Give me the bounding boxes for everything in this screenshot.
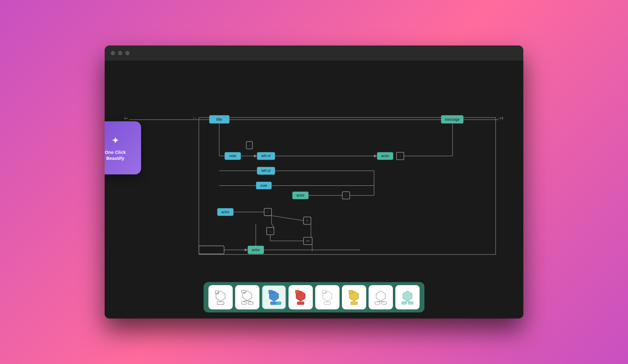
svg-rect-73 (217, 302, 224, 305)
svg-text:⊢: ⊢ (124, 116, 128, 121)
svg-marker-89 (269, 290, 272, 293)
diagram-area: ✦ One ClickBeautify ⊢ ⊣ title message : (105, 61, 523, 318)
svg-text:note: note (229, 154, 236, 158)
svg-marker-107 (376, 291, 385, 301)
svg-marker-14 (254, 154, 257, 157)
toolbar-item-3[interactable] (262, 285, 286, 309)
svg-text:title: title (216, 117, 222, 122)
svg-text:left of: left of (262, 154, 271, 158)
svg-text:message: message (445, 117, 460, 122)
svg-line-82 (244, 301, 247, 301)
svg-marker-72 (216, 291, 225, 301)
svg-marker-18 (374, 154, 377, 157)
svg-line-53 (272, 224, 274, 228)
svg-line-52 (272, 216, 304, 221)
svg-rect-108 (375, 302, 380, 304)
svg-rect-103 (351, 302, 357, 305)
svg-rect-93 (297, 302, 304, 305)
svg-text::: : (267, 210, 268, 214)
svg-rect-78 (241, 302, 246, 304)
svg-text:⊢: ⊢ (193, 115, 197, 121)
svg-text:actor: actor (381, 154, 389, 158)
svg-rect-116 (408, 302, 413, 304)
svg-line-120 (407, 301, 411, 302)
svg-text:actor: actor (296, 193, 305, 197)
toolbar-item-5[interactable] (315, 285, 339, 309)
toolbar-item-8[interactable] (395, 285, 420, 309)
maximize-button[interactable] (125, 51, 130, 55)
svg-rect-109 (382, 302, 387, 304)
svg-line-112 (377, 301, 381, 302)
svg-line-83 (247, 301, 251, 301)
svg-text:over: over (260, 184, 268, 188)
svg-text:..: .. (269, 229, 271, 233)
app-window: ✦ One ClickBeautify ⊢ ⊣ title message : (105, 46, 523, 318)
svg-rect-115 (402, 302, 407, 304)
svg-text:>>: >> (306, 239, 310, 243)
svg-line-119 (404, 301, 407, 302)
svg-rect-98 (324, 302, 331, 305)
title-bar (105, 46, 523, 61)
svg-text:⊣: ⊣ (497, 115, 501, 121)
svg-marker-77 (243, 291, 252, 301)
svg-marker-61 (245, 248, 248, 251)
toolbar-item-4[interactable] (289, 285, 313, 309)
svg-marker-114 (403, 291, 412, 301)
svg-text:participant: participant (203, 248, 220, 252)
svg-rect-79 (248, 302, 253, 304)
minimize-button[interactable] (118, 51, 122, 55)
badge-label: One ClickBeautify (105, 149, 126, 161)
svg-text:actor: actor (252, 248, 260, 252)
toolbar-item-6[interactable] (342, 285, 366, 309)
toolbar-item-1[interactable] (208, 285, 233, 309)
one-click-beautify-badge[interactable]: ✦ One ClickBeautify (105, 121, 141, 174)
svg-text::: : (249, 143, 250, 147)
svg-text:actor: actor (221, 210, 229, 214)
diagram-svg: ⊢ ⊣ title message : note left (111, 67, 517, 276)
toolbar-item-7[interactable] (369, 285, 393, 309)
close-button[interactable] (111, 51, 115, 55)
svg-text:left of: left of (262, 169, 271, 173)
svg-text:>: > (306, 219, 308, 222)
toolbar-item-2[interactable] (235, 285, 259, 309)
svg-text::: : (400, 154, 401, 158)
bottom-toolbar (204, 282, 424, 312)
svg-marker-95 (295, 290, 299, 293)
badge-icon: ✦ (111, 135, 120, 146)
svg-line-113 (381, 301, 384, 302)
svg-marker-105 (349, 290, 353, 293)
svg-text::: : (346, 194, 346, 197)
svg-marker-97 (323, 291, 332, 301)
svg-rect-91 (276, 302, 281, 305)
